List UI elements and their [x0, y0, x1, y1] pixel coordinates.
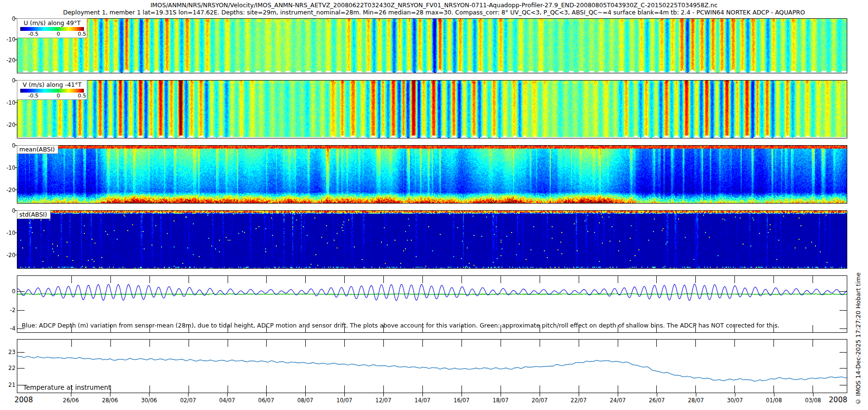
x-tick-label: 26/06	[56, 397, 85, 404]
v-colorbar-tick-zero: 0	[56, 93, 60, 99]
u-colorbar-tick-pos: 0.5	[78, 31, 86, 37]
y-tick-label: 0	[1, 142, 15, 149]
x-tick-label: 28/07	[681, 397, 710, 404]
y-tick-label: -10	[1, 164, 15, 171]
x-tick-label: 18/07	[486, 397, 515, 404]
x-tick-label: 22/07	[564, 397, 593, 404]
imos-watermark: © IMOS 14-Dec-2025 17:27:20 Hobart time	[854, 217, 862, 405]
temperature-line-canvas	[17, 340, 847, 393]
v-colorbar-ticks: -0.5 0 0.5	[17, 93, 87, 99]
y-tick-label: 22	[1, 365, 15, 371]
x-tick-mark	[461, 393, 462, 396]
panel-std-absi: std(ABSI)	[17, 210, 847, 269]
x-tick-mark	[579, 393, 579, 396]
x-tick-label: 30/07	[720, 397, 749, 404]
x-tick-mark	[266, 393, 267, 396]
y-tick-label: -20	[1, 57, 15, 64]
panel-v-velocity: V (m/s) along -41°T -0.5 0 0.5	[17, 80, 847, 138]
figure: IMOS/ANMN/NRS/NRSYON/Velocity/IMOS_ANMN-…	[0, 0, 868, 410]
v-velocity-heatmap-canvas	[17, 81, 847, 138]
x-axis-year-left: 2008	[14, 396, 33, 404]
panel-temperature: Temperature at instrument	[17, 339, 847, 393]
x-tick-mark	[501, 393, 501, 396]
x-tick-mark	[696, 393, 696, 396]
figure-title-line2: Deployment 1, member 1 lat=19.31S lon=14…	[0, 9, 868, 16]
mean-absi-heatmap-canvas	[17, 146, 847, 203]
y-tick-mark	[14, 190, 17, 190]
x-tick-label: 20/07	[525, 397, 554, 404]
x-tick-label: 30/06	[135, 397, 163, 404]
u-colorbar-ticks: -0.5 0 0.5	[17, 31, 87, 38]
x-tick-label: 02/07	[174, 397, 203, 404]
y-tick-mark	[14, 102, 17, 103]
y-tick-label: -20	[1, 187, 15, 193]
x-tick-mark	[71, 393, 71, 396]
x-tick-label: 10/07	[330, 397, 359, 404]
x-tick-mark	[383, 393, 384, 396]
x-tick-mark	[618, 393, 618, 396]
y-tick-label: -10	[1, 230, 15, 236]
v-colorbar-tick-pos: 0.5	[78, 93, 86, 99]
x-tick-mark	[422, 393, 423, 396]
x-tick-mark	[657, 393, 657, 396]
x-tick-label: 14/07	[408, 397, 437, 404]
x-tick-label: 12/07	[369, 397, 398, 404]
v-legend-title: V (m/s) along -41°T	[17, 81, 87, 88]
figure-title-line1: IMOS/ANMN/NRS/NRSYON/Velocity/IMOS_ANMN-…	[0, 1, 868, 9]
y-tick-label: 21	[1, 382, 15, 388]
v-velocity-legend: V (m/s) along -41°T -0.5 0 0.5	[17, 80, 87, 100]
x-tick-mark	[344, 393, 345, 396]
x-tick-label: 26/07	[642, 397, 671, 404]
y-tick-label: -20	[1, 252, 15, 259]
y-tick-label: -10	[1, 99, 15, 106]
u-legend-title: U (m/s) along 49°T	[17, 19, 87, 27]
x-tick-label: 06/07	[252, 397, 281, 404]
x-tick-mark	[540, 393, 540, 396]
y-tick-mark	[14, 60, 17, 60]
x-tick-mark	[305, 393, 306, 396]
y-tick-label: -2	[1, 307, 15, 314]
panel-u-velocity: U (m/s) along 49°T -0.5 0 0.5	[17, 18, 847, 73]
depth-variation-annotation: Blue: ADCP Depth (m) variation from sens…	[22, 322, 780, 329]
y-tick-label: 0	[1, 207, 15, 214]
x-tick-label: 04/07	[213, 397, 242, 404]
u-colorbar-tick-neg: -0.5	[28, 31, 38, 37]
temperature-label: Temperature at instrument	[23, 383, 111, 391]
panel-depth-variation: Blue: ADCP Depth (m) variation from sens…	[17, 275, 847, 333]
x-tick-label: 24/07	[603, 397, 632, 404]
y-tick-label: 0	[1, 15, 15, 22]
y-tick-mark	[14, 167, 17, 168]
x-tick-mark	[188, 393, 189, 396]
x-tick-label: 16/07	[447, 397, 476, 404]
u-colorbar	[20, 27, 84, 31]
u-colorbar-tick-zero: 0	[56, 31, 60, 37]
y-tick-label: -4	[1, 325, 15, 332]
panel-mean-absi: mean(ABSI)	[17, 145, 847, 204]
x-tick-mark	[774, 393, 774, 396]
x-tick-mark	[813, 393, 814, 396]
v-colorbar	[20, 89, 84, 93]
v-colorbar-tick-neg: -0.5	[28, 93, 38, 99]
std-absi-label: std(ABSI)	[17, 210, 51, 219]
u-velocity-heatmap-canvas	[17, 19, 847, 73]
x-tick-label: 03/08	[799, 397, 827, 404]
u-velocity-legend: U (m/s) along 49°T -0.5 0 0.5	[17, 18, 87, 38]
x-tick-mark	[735, 393, 735, 396]
y-tick-mark	[14, 39, 17, 40]
y-tick-mark	[14, 255, 17, 255]
std-absi-heatmap-canvas	[17, 211, 847, 268]
y-tick-label: -10	[1, 36, 15, 43]
y-tick-label: 0	[1, 288, 15, 295]
y-tick-mark	[14, 124, 17, 125]
y-tick-mark	[14, 232, 17, 233]
y-tick-label: 0	[1, 77, 15, 84]
x-tick-label: 01/08	[760, 397, 788, 404]
x-tick-mark	[110, 393, 110, 396]
y-tick-label: 23	[1, 349, 15, 355]
x-tick-label: 28/06	[95, 397, 124, 404]
x-tick-mark	[149, 393, 149, 396]
x-tick-label: 08/07	[291, 397, 320, 404]
mean-absi-label: mean(ABSI)	[17, 145, 58, 154]
y-tick-label: -20	[1, 122, 15, 128]
x-tick-mark	[227, 393, 228, 396]
